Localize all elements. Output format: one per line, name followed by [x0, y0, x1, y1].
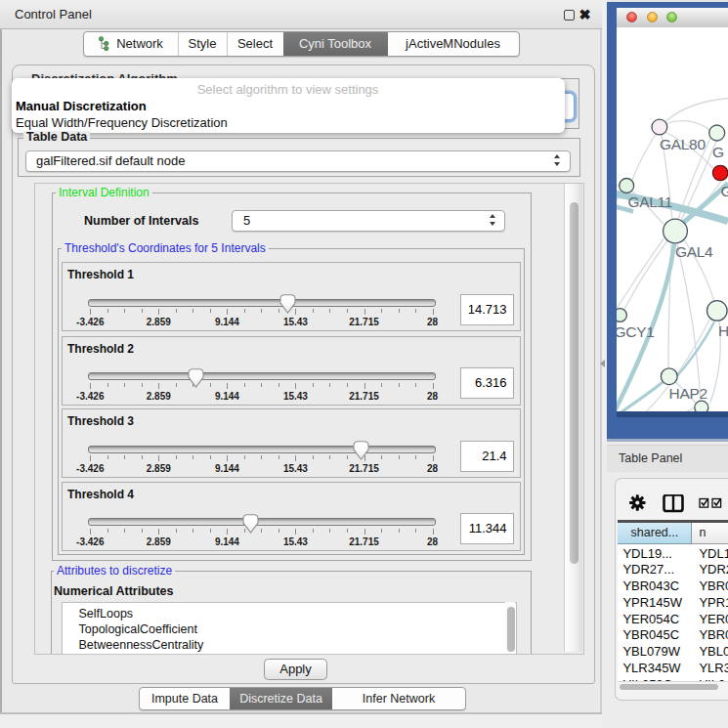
svg-text:GAL80: GAL80: [660, 136, 706, 152]
svg-text:GAL11: GAL11: [628, 193, 673, 210]
svg-text:G: G: [712, 143, 724, 159]
svg-text:G: G: [721, 183, 728, 199]
svg-text:GAL4: GAL4: [675, 243, 713, 260]
svg-text:H: H: [718, 322, 728, 339]
svg-text:HAP2: HAP2: [669, 385, 707, 402]
svg-text:GCY1: GCY1: [617, 323, 655, 340]
